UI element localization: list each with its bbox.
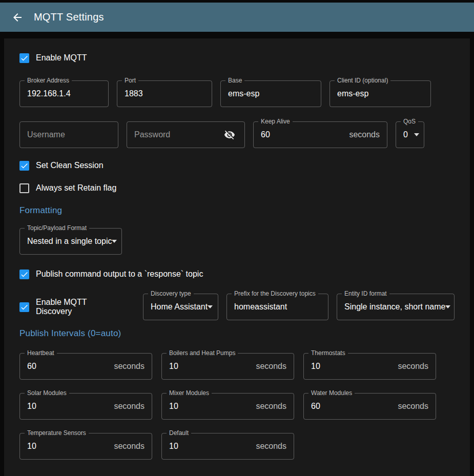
page-title: MQTT Settings: [34, 11, 104, 23]
unit-suffix: seconds: [256, 362, 286, 371]
field-label: QoS: [401, 118, 418, 125]
discovery-row: Enable MQTT Discovery Discovery type Hom…: [19, 294, 455, 320]
base-input[interactable]: [228, 89, 314, 98]
app-bar: MQTT Settings: [0, 3, 474, 32]
checkbox-label: Enable MQTT: [36, 53, 87, 63]
checkbox-checked-icon[interactable]: [19, 161, 29, 171]
publish-intervals-grid: Heartbeat seconds Boilers and Heat Pumps…: [19, 353, 455, 460]
enable-mqtt-checkbox[interactable]: Enable MQTT: [19, 52, 87, 64]
topic-format-select[interactable]: Topic/Payload Format Nested in a single …: [19, 228, 122, 255]
select-value: 0: [403, 130, 408, 139]
set-clean-session-checkbox[interactable]: Set Clean Session: [19, 159, 104, 172]
boilers-interval-input[interactable]: [169, 362, 252, 371]
arrow-back-icon: [11, 11, 24, 24]
field-label: Water Modules: [308, 390, 355, 397]
unit-suffix: seconds: [398, 402, 428, 411]
discovery-prefix-input[interactable]: [234, 302, 321, 312]
checkbox-label: Always set Retain flag: [36, 183, 116, 193]
check-icon: [20, 270, 29, 279]
field-label: Client ID (optional): [335, 77, 390, 84]
unit-suffix: seconds: [114, 402, 145, 411]
field-label: Heartbeat: [25, 350, 57, 357]
water-interval-input[interactable]: [311, 402, 394, 411]
credentials-fields-row: Keep Alive seconds QoS 0: [19, 121, 455, 148]
heartbeat-interval-input[interactable]: [27, 362, 110, 371]
unit-suffix: seconds: [398, 362, 428, 371]
check-icon: [20, 54, 29, 63]
checkbox-label: Publish command output to a `response` t…: [36, 270, 203, 279]
dropdown-arrow-icon: [112, 240, 117, 243]
enable-discovery-checkbox[interactable]: Enable MQTT Discovery: [19, 298, 122, 316]
thermostats-interval-field[interactable]: Thermostats seconds: [303, 353, 436, 380]
checkbox-checked-icon[interactable]: [19, 302, 29, 312]
mixer-interval-field[interactable]: Mixer Modules seconds: [161, 393, 294, 420]
checkbox-checked-icon[interactable]: [19, 270, 29, 279]
checkbox-label: Set Clean Session: [36, 161, 104, 170]
username-field[interactable]: [19, 121, 118, 148]
password-field[interactable]: [127, 121, 245, 148]
discovery-prefix-field[interactable]: Prefix for the Discovery topics: [226, 294, 328, 320]
field-label: Boilers and Heat Pumps: [167, 350, 238, 357]
select-value: Nested in a single topic: [27, 237, 112, 246]
section-heading-formatting: Formatting: [19, 205, 455, 216]
checkbox-checked-icon[interactable]: [19, 53, 29, 63]
heartbeat-interval-field[interactable]: Heartbeat seconds: [19, 353, 152, 380]
unit-suffix: seconds: [256, 402, 286, 411]
client-id-input[interactable]: [337, 89, 423, 98]
checkbox-label: Enable MQTT Discovery: [36, 298, 122, 316]
temperature-sensors-interval-field[interactable]: Temperature Sensors seconds: [19, 433, 152, 460]
client-id-field[interactable]: Client ID (optional): [329, 80, 431, 107]
dropdown-arrow-icon: [445, 305, 450, 308]
field-label: Temperature Sensors: [25, 430, 89, 437]
dropdown-arrow-icon: [414, 133, 419, 136]
back-button[interactable]: [7, 7, 28, 28]
username-input[interactable]: [27, 130, 111, 139]
publish-response-checkbox[interactable]: Publish command output to a `response` t…: [19, 268, 203, 280]
port-input[interactable]: [125, 89, 204, 98]
settings-panel: Enable MQTT Broker Address Port Base Cli…: [4, 38, 470, 476]
dropdown-arrow-icon: [208, 305, 213, 308]
unit-suffix: seconds: [114, 362, 145, 371]
section-heading-publish-intervals: Publish Intervals (0=auto): [19, 328, 455, 339]
visibility-off-icon: [224, 129, 235, 140]
field-label: Thermostats: [308, 350, 348, 357]
default-interval-field[interactable]: Default seconds: [161, 433, 294, 460]
port-field[interactable]: Port: [117, 80, 212, 107]
broker-address-field[interactable]: Broker Address: [19, 80, 109, 107]
discovery-type-select[interactable]: Discovery type Home Assistant: [143, 294, 218, 320]
field-label: Solar Modules: [25, 390, 69, 397]
solar-interval-input[interactable]: [27, 402, 110, 411]
password-input[interactable]: [134, 130, 222, 139]
field-label: Mixer Modules: [167, 390, 212, 397]
field-label: Broker Address: [25, 77, 72, 84]
keep-alive-input[interactable]: [261, 130, 345, 139]
select-value: Home Assistant: [151, 302, 208, 312]
toggle-password-visibility-button[interactable]: [222, 127, 237, 142]
mixer-interval-input[interactable]: [169, 402, 252, 411]
field-label: Base: [225, 77, 244, 84]
check-icon: [20, 161, 29, 170]
field-label: Keep Alive: [258, 118, 293, 125]
boilers-interval-field[interactable]: Boilers and Heat Pumps seconds: [161, 353, 294, 380]
thermostats-interval-input[interactable]: [311, 362, 394, 371]
check-icon: [20, 303, 29, 312]
broker-address-input[interactable]: [27, 89, 101, 98]
field-label: Port: [122, 77, 138, 84]
qos-select[interactable]: QoS 0: [396, 121, 424, 148]
field-label: Default: [167, 430, 191, 437]
retain-flag-checkbox[interactable]: Always set Retain flag: [19, 182, 116, 194]
field-label: Topic/Payload Format: [25, 225, 89, 232]
keep-alive-field[interactable]: Keep Alive seconds: [253, 121, 387, 148]
unit-suffix: seconds: [114, 442, 145, 451]
water-interval-field[interactable]: Water Modules seconds: [303, 393, 436, 420]
base-field[interactable]: Base: [220, 80, 321, 107]
entity-id-format-select[interactable]: Entity ID format Single instance, short …: [337, 294, 455, 320]
solar-interval-field[interactable]: Solar Modules seconds: [19, 393, 152, 420]
connection-fields-row: Broker Address Port Base Client ID (opti…: [19, 80, 455, 107]
unit-suffix: seconds: [349, 130, 380, 139]
default-interval-input[interactable]: [169, 442, 252, 451]
temperature-sensors-interval-input[interactable]: [27, 442, 110, 451]
field-label: Entity ID format: [342, 291, 389, 297]
checkbox-unchecked-icon[interactable]: [19, 183, 29, 193]
field-label: Discovery type: [148, 291, 194, 297]
